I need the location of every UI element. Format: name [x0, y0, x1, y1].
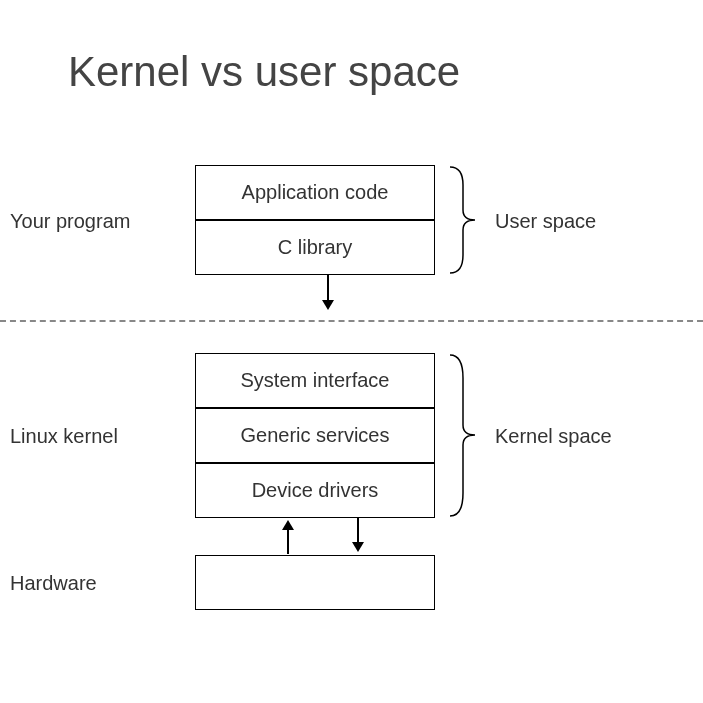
arrow-line-up [287, 528, 289, 554]
label-user-space: User space [495, 210, 596, 233]
arrow-head-1 [322, 300, 334, 310]
arrow-line-down [357, 518, 359, 544]
label-linux-kernel: Linux kernel [10, 425, 118, 448]
box-generic-services: Generic services [195, 408, 435, 463]
arrow-head-up [282, 520, 294, 530]
box-system-interface: System interface [195, 353, 435, 408]
brace-user-space [445, 165, 485, 275]
box-c-library: C library [195, 220, 435, 275]
separator-line [0, 320, 703, 322]
brace-kernel-space [445, 353, 485, 518]
arrow-head-down [352, 542, 364, 552]
label-hardware: Hardware [10, 572, 97, 595]
box-hardware [195, 555, 435, 610]
diagram-title: Kernel vs user space [68, 48, 460, 96]
label-kernel-space: Kernel space [495, 425, 612, 448]
label-your-program: Your program [10, 210, 130, 233]
box-application-code: Application code [195, 165, 435, 220]
box-device-drivers: Device drivers [195, 463, 435, 518]
arrow-line-1 [327, 275, 329, 303]
